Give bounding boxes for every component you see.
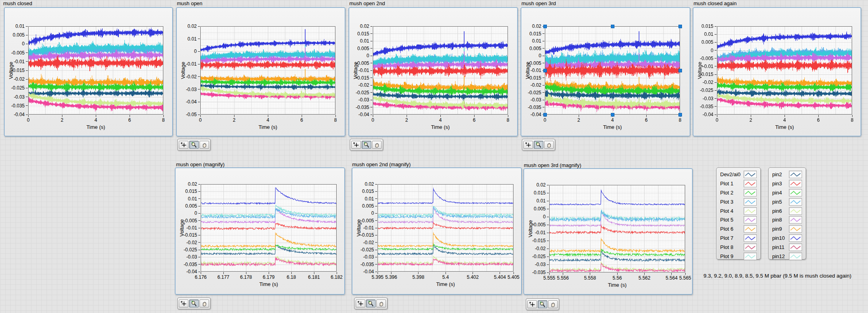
graph-plot-area[interactable] [378,184,513,272]
x-axis-tick [337,272,337,274]
legend-line-swatch[interactable] [744,207,757,215]
legend-item[interactable]: pin4 [772,188,802,197]
legend-line-swatch[interactable] [789,207,802,215]
legend-item[interactable]: pin6 [772,206,802,216]
pan-tool-button[interactable] [376,299,386,307]
legend-item[interactable]: pin12 [772,252,802,261]
legend-item[interactable]: Plot 9 [720,252,757,261]
legend-line-swatch[interactable] [744,180,757,187]
legend-item[interactable]: Plot 1 [720,179,757,188]
x-axis-title: Time (s) [775,124,794,130]
selection-handle[interactable] [611,25,614,28]
legend-line-swatch[interactable] [744,234,757,242]
y-axis-tick [542,48,544,49]
legend-item[interactable]: pin10 [772,233,802,243]
selection-handle[interactable] [543,69,547,72]
zoom-tool-button[interactable] [362,141,371,149]
waveform-graph-mush-open-magnify[interactable]: 0.020.0150.010.0050-0.005-0.01-0.015-0.0… [175,167,345,295]
y-axis-tick-label: -0.015 [532,238,546,243]
waveform-graph-mush-closed-again[interactable]: 0.0150.010.0050-0.005-0.01-0.015-0.02-0.… [693,7,861,136]
legend-item[interactable]: Plot 7 [720,233,757,243]
graph-plot-area[interactable] [200,26,335,115]
zoom-tool-button[interactable] [189,141,199,149]
graph-plot-area[interactable] [373,26,508,115]
waveform-graph-mush-open-2nd[interactable]: 0.020.0150.010.0050-0.005-0.01-0.015-0.0… [349,7,518,136]
cursor-tool-button[interactable] [351,141,361,149]
cursor-tool-button[interactable] [179,299,188,307]
legend-item[interactable]: Plot 4 [720,206,757,216]
legend-line-swatch[interactable] [789,198,802,206]
legend-line-swatch[interactable] [744,198,757,206]
waveform-graph-mush-closed[interactable]: 0.010.0050-0.005-0.01-0.015-0.02-0.025-0… [4,7,173,136]
cursor-tool-button[interactable] [356,299,365,307]
zoom-tool-button[interactable] [189,299,199,307]
legend-line-swatch[interactable] [789,243,802,251]
graph-plot-area[interactable] [545,26,680,115]
graph-plot-area[interactable] [549,185,685,272]
legend-line-swatch[interactable] [744,225,757,233]
legend-item[interactable]: pin9 [772,224,802,233]
legend-line-swatch[interactable] [744,216,757,224]
y-axis-tick [375,264,377,264]
legend-item[interactable]: pin5 [772,197,802,206]
waveform-graph-mush-open-2nd-magnify[interactable]: 0.020.0150.010.0050-0.005-0.01-0.015-0.0… [352,167,522,295]
y-axis-tick-label: -0.04 [363,269,374,274]
graph-plot-area[interactable] [28,26,163,115]
selection-handle[interactable] [611,113,614,117]
legend-line-swatch[interactable] [789,253,802,260]
graph-label-mush-open-magnify: mush open (magnify) [176,162,225,167]
pan-tool-button[interactable] [544,141,554,149]
legend-item[interactable]: Plot 3 [720,197,757,206]
selection-handle[interactable] [678,69,682,72]
legend-line-swatch[interactable] [789,234,802,242]
legend-line-swatch[interactable] [744,243,757,251]
pan-tool-button[interactable] [200,141,209,149]
waveform-graph-mush-open-3rd-magnify[interactable]: 0.020.0150.010.0050-0.005-0.01-0.015-0.0… [523,168,693,295]
x-axis-tick-label: 5.562 [638,275,650,281]
x-axis-title: Time (s) [436,281,455,287]
y-axis-tick [26,70,28,71]
legend-item[interactable]: pin3 [772,179,802,188]
legend-line-swatch[interactable] [789,171,802,178]
zoom-tool-button[interactable] [538,300,547,308]
legend-item[interactable]: Plot 8 [720,243,757,252]
x-axis-tick [852,115,852,117]
zoom-tool-button[interactable] [366,299,376,307]
y-axis-tick [198,264,200,264]
legend-item[interactable]: Plot 2 [720,188,757,197]
pan-tool-button[interactable] [200,299,209,307]
legend-item[interactable]: Dev2/ai0 [720,170,757,179]
graph-plot-area[interactable] [201,184,337,272]
legend-item[interactable]: pin2 [772,170,802,179]
pan-tool-button[interactable] [372,141,382,149]
x-axis-tick [163,115,164,117]
pan-tool-button[interactable] [548,300,558,308]
cursor-tool-button[interactable] [179,141,188,149]
legend-item[interactable]: Plot 5 [720,215,757,224]
y-axis-tick [547,201,549,201]
selection-handle[interactable] [678,113,682,117]
waveform-graph-mush-open-3rd[interactable]: 0.020.0150.010.0050-0.005-0.01-0.015-0.0… [521,7,690,136]
x-axis-tick [246,272,246,274]
y-axis-tick-label: 0 [194,210,197,216]
legend-item[interactable]: Plot 6 [720,224,757,233]
graph-plot-area[interactable] [717,26,852,115]
cursor-tool-button[interactable] [527,300,537,308]
legend-line-swatch[interactable] [789,225,802,233]
y-axis-tick [715,26,717,27]
zoom-tool-button[interactable] [534,141,543,149]
legend-line-swatch[interactable] [744,253,757,260]
legend-line-swatch[interactable] [789,189,802,196]
selection-handle[interactable] [543,113,547,117]
selection-handle[interactable] [543,25,547,28]
cursor-tool-button[interactable] [523,141,533,149]
legend-item[interactable]: pin11 [772,243,802,252]
legend-line-swatch[interactable] [744,171,757,178]
legend-line-swatch[interactable] [789,180,802,187]
selection-handle[interactable] [678,25,682,28]
legend-item[interactable]: pin8 [772,215,802,224]
legend-line-swatch[interactable] [789,216,802,224]
waveform-graph-mush-open[interactable]: 0.020.010-0.01-0.02-0.03-0.04-0.0502468T… [176,7,345,136]
legend-line-swatch[interactable] [744,189,757,196]
y-axis-tick [370,92,372,93]
